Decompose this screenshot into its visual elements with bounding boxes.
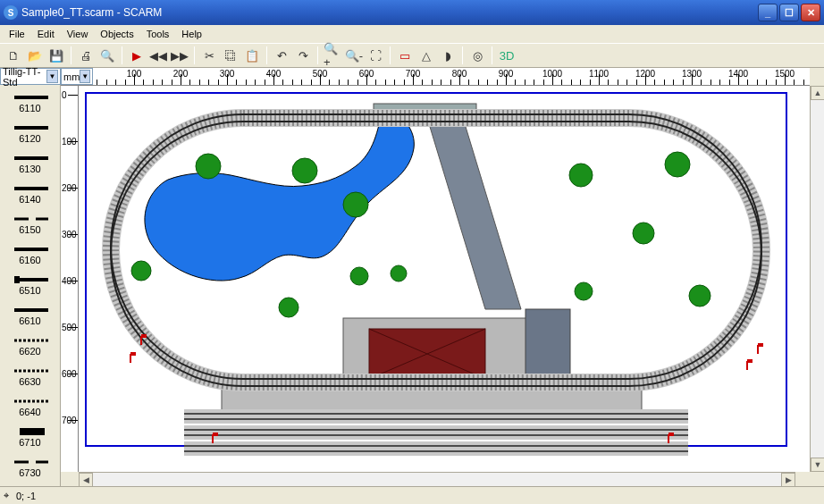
vertical-scrollbar[interactable]: ▲ ▼ xyxy=(810,86,824,472)
menu-view[interactable]: View xyxy=(62,27,94,41)
3d-icon[interactable]: 3D xyxy=(497,46,517,65)
horizontal-scrollbar[interactable]: ◀ ▶ xyxy=(79,472,795,486)
redo-icon[interactable]: ↷ xyxy=(293,46,313,65)
tree-icon[interactable] xyxy=(569,164,593,187)
part-6160[interactable]: 6160 xyxy=(0,239,60,270)
part-label: 6120 xyxy=(19,133,40,144)
part-label: 6620 xyxy=(19,346,40,357)
minimize-button[interactable]: _ xyxy=(758,4,778,21)
menu-file[interactable]: File xyxy=(4,27,30,41)
tunnel-icon[interactable]: ◗ xyxy=(438,46,458,65)
tree-icon[interactable] xyxy=(575,282,593,300)
svg-rect-21 xyxy=(758,343,763,347)
scroll-up-icon[interactable]: ▲ xyxy=(811,86,824,100)
tree-icon[interactable] xyxy=(665,152,690,177)
scroll-track[interactable] xyxy=(93,473,781,486)
part-label: 6640 xyxy=(19,407,40,417)
undo-icon[interactable]: ↶ xyxy=(272,46,291,65)
part-shape-icon xyxy=(13,184,48,193)
tree-icon[interactable] xyxy=(279,298,298,317)
part-6620[interactable]: 6620 xyxy=(0,331,60,361)
zoom-in-icon[interactable]: 🔍+ xyxy=(323,46,342,65)
zoom-out-icon[interactable]: 🔍- xyxy=(344,46,364,65)
play-icon[interactable]: ▶ xyxy=(127,46,147,65)
part-6150[interactable]: 6150 xyxy=(0,209,60,239)
tree-icon[interactable] xyxy=(131,261,151,281)
scroll-right-icon[interactable]: ▶ xyxy=(781,473,795,487)
siding-bed xyxy=(184,409,688,424)
part-shape-icon xyxy=(13,123,48,132)
part-6130[interactable]: 6130 xyxy=(0,148,60,179)
part-6510[interactable]: 6510 xyxy=(0,270,60,300)
menu-objects[interactable]: Objects xyxy=(95,27,139,41)
part-shape-icon xyxy=(13,154,48,163)
tree-icon[interactable] xyxy=(633,223,654,244)
part-shape-icon xyxy=(13,427,48,436)
part-label: 6610 xyxy=(19,315,40,326)
copy-icon[interactable]: ⿻ xyxy=(221,46,240,65)
design-canvas[interactable] xyxy=(79,86,810,472)
separator xyxy=(390,46,391,64)
maximize-button[interactable]: ☐ xyxy=(779,4,799,21)
separator xyxy=(194,46,195,64)
part-shape-icon xyxy=(13,458,48,466)
window-buttons: _ ☐ ✕ xyxy=(758,4,820,21)
units-value: mm xyxy=(63,71,80,82)
forward-icon[interactable]: ▶▶ xyxy=(170,46,189,65)
part-6640[interactable]: 6640 xyxy=(0,391,60,422)
tree-icon[interactable] xyxy=(350,267,368,285)
part-label: 6160 xyxy=(19,255,40,265)
tree-icon[interactable] xyxy=(391,265,407,281)
part-label: 6710 xyxy=(19,437,40,448)
vertical-ruler: 0100200300400500600700 xyxy=(61,86,79,472)
part-6140[interactable]: 6140 xyxy=(0,179,60,209)
part-label: 6630 xyxy=(19,376,40,387)
part-6610[interactable]: 6610 xyxy=(0,300,60,331)
figure-icon[interactable]: ◎ xyxy=(467,46,487,65)
close-button[interactable]: ✕ xyxy=(801,4,820,21)
part-6120[interactable]: 6120 xyxy=(0,118,60,148)
chevron-down-icon: ▼ xyxy=(46,70,58,83)
cut-icon[interactable]: ✂ xyxy=(199,46,219,65)
print-preview-icon[interactable]: 🔍 xyxy=(97,46,117,65)
paste-icon[interactable]: 📋 xyxy=(242,46,262,65)
units-selector[interactable]: mm ▼ xyxy=(61,68,93,85)
save-icon[interactable]: 💾 xyxy=(46,46,66,65)
scroll-down-icon[interactable]: ▼ xyxy=(811,458,824,472)
print-icon[interactable]: 🖨 xyxy=(76,46,96,65)
tree-icon[interactable] xyxy=(343,192,368,217)
menu-tools[interactable]: Tools xyxy=(141,27,175,41)
terrain-icon[interactable]: △ xyxy=(416,46,436,65)
tree-icon[interactable] xyxy=(689,285,710,307)
scroll-track[interactable] xyxy=(811,100,824,458)
siding-bed xyxy=(184,441,688,456)
rewind-icon[interactable]: ◀◀ xyxy=(148,46,168,65)
separator xyxy=(317,46,318,64)
library-selector[interactable]: Tillig-TT-Std ▼ xyxy=(0,68,61,85)
part-6630[interactable]: 6630 xyxy=(0,361,60,391)
zoom-fit-icon[interactable]: ⛶ xyxy=(366,46,385,65)
part-6110[interactable]: 6110 xyxy=(0,88,60,118)
part-6710[interactable]: 6710 xyxy=(0,422,60,452)
part-label: 6110 xyxy=(19,103,40,113)
svg-rect-8 xyxy=(14,276,20,283)
menu-help[interactable]: Help xyxy=(176,27,207,41)
part-shape-icon xyxy=(13,275,48,284)
parts-panel: 6110612061306140615061606510661066206630… xyxy=(0,68,61,486)
status-bar: ⌖ 0; -1 xyxy=(0,486,824,504)
scroll-left-icon[interactable]: ◀ xyxy=(79,473,93,487)
tree-icon[interactable] xyxy=(196,154,221,179)
open-icon[interactable]: 📂 xyxy=(25,46,45,65)
tree-icon[interactable] xyxy=(292,158,317,183)
svg-rect-29 xyxy=(668,433,674,436)
svg-rect-25 xyxy=(747,359,753,363)
part-6210[interactable]: 6210 xyxy=(0,483,60,486)
new-icon[interactable]: 🗋 xyxy=(4,46,23,65)
part-shape-icon xyxy=(13,336,48,345)
baseboard-icon[interactable]: ▭ xyxy=(395,46,415,65)
part-6730[interactable]: 6730 xyxy=(0,452,60,483)
svg-rect-19 xyxy=(130,352,136,356)
window-title: Sample0_TT.scarm - SCARM xyxy=(21,6,758,19)
app-icon: S xyxy=(4,5,18,20)
menu-edit[interactable]: Edit xyxy=(32,27,60,41)
